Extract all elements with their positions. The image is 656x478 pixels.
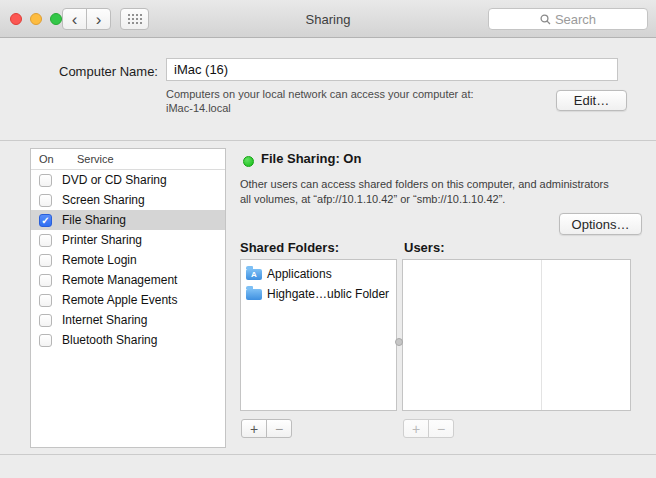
service-checkbox[interactable]: [39, 294, 52, 307]
shared-folders-label: Shared Folders:: [240, 240, 339, 255]
sharing-preferences-window: { "colors": { "accent_blue": "#2f6ef2", …: [0, 0, 656, 478]
shared-folder-name: Highgate…ublic Folder: [267, 287, 389, 301]
service-label: File Sharing: [62, 213, 126, 227]
service-list: On Service DVD or CD Sharing Screen Shar…: [30, 148, 226, 448]
search-icon: [540, 14, 551, 25]
applications-folder-icon: A: [246, 269, 262, 280]
service-checkbox[interactable]: [39, 334, 52, 347]
remove-user-button[interactable]: −: [428, 419, 454, 438]
status-on-indicator: [243, 156, 254, 167]
service-list-header: On Service: [31, 149, 225, 170]
service-row[interactable]: Internet Sharing: [31, 310, 225, 330]
detail-description-line2: all volumes, at “afp://10.1.10.42” or “s…: [240, 193, 505, 205]
service-checkbox[interactable]: [39, 234, 52, 247]
service-row[interactable]: Printer Sharing: [31, 230, 225, 250]
column-header-on: On: [31, 153, 61, 165]
add-shared-folder-button[interactable]: +: [241, 419, 267, 438]
access-note-line1: Computers on your local network can acce…: [166, 88, 474, 100]
list-splitter-handle[interactable]: [395, 338, 403, 346]
public-folder-icon: [246, 289, 262, 300]
detail-description-line1: Other users can access shared folders on…: [240, 178, 609, 190]
service-checkbox[interactable]: [39, 174, 52, 187]
remove-shared-folder-button[interactable]: −: [266, 419, 292, 438]
service-label: Internet Sharing: [62, 313, 147, 327]
service-row[interactable]: Remote Apple Events: [31, 290, 225, 310]
service-checkbox[interactable]: [39, 274, 52, 287]
users-list[interactable]: [402, 259, 631, 411]
service-checkbox[interactable]: [39, 314, 52, 327]
users-add-remove-group: + −: [403, 419, 454, 438]
service-label: Remote Apple Events: [62, 293, 177, 307]
service-row[interactable]: Remote Login: [31, 250, 225, 270]
shared-folders-list[interactable]: A Applications Highgate…ublic Folder: [240, 259, 397, 411]
section-divider-bottom: [0, 454, 656, 455]
titlebar: ‹ › Sharing Search: [0, 0, 656, 38]
service-label: Printer Sharing: [62, 233, 142, 247]
edit-button[interactable]: Edit…: [556, 90, 627, 111]
service-row[interactable]: DVD or CD Sharing: [31, 170, 225, 190]
users-label: Users:: [404, 240, 444, 255]
service-checkbox[interactable]: [39, 254, 52, 267]
service-row[interactable]: File Sharing: [31, 210, 225, 230]
access-note-line2: iMac-14.local: [166, 102, 231, 114]
column-header-service: Service: [61, 153, 114, 165]
service-checkbox[interactable]: [39, 194, 52, 207]
search-input[interactable]: Search: [488, 8, 648, 30]
shared-folder-item[interactable]: A Applications: [241, 264, 396, 284]
computer-name-field[interactable]: [166, 58, 618, 81]
service-label: Screen Sharing: [62, 193, 145, 207]
options-button[interactable]: Options…: [559, 213, 642, 235]
search-placeholder: Search: [555, 12, 596, 27]
service-row[interactable]: Bluetooth Sharing: [31, 330, 225, 350]
service-label: Remote Login: [62, 253, 137, 267]
shared-folders-add-remove-group: + −: [241, 419, 292, 438]
service-label: Remote Management: [62, 273, 177, 287]
service-label: Bluetooth Sharing: [62, 333, 157, 347]
shared-folder-name: Applications: [267, 267, 332, 281]
users-column-divider: [541, 260, 542, 410]
service-row[interactable]: Screen Sharing: [31, 190, 225, 210]
service-row[interactable]: Remote Management: [31, 270, 225, 290]
computer-name-label: Computer Name:: [59, 64, 158, 79]
shared-folder-item[interactable]: Highgate…ublic Folder: [241, 284, 396, 304]
service-checkbox[interactable]: [39, 214, 52, 227]
service-label: DVD or CD Sharing: [62, 173, 167, 187]
status-title: File Sharing: On: [261, 151, 361, 166]
add-user-button[interactable]: +: [403, 419, 429, 438]
section-divider-top: [0, 140, 656, 141]
